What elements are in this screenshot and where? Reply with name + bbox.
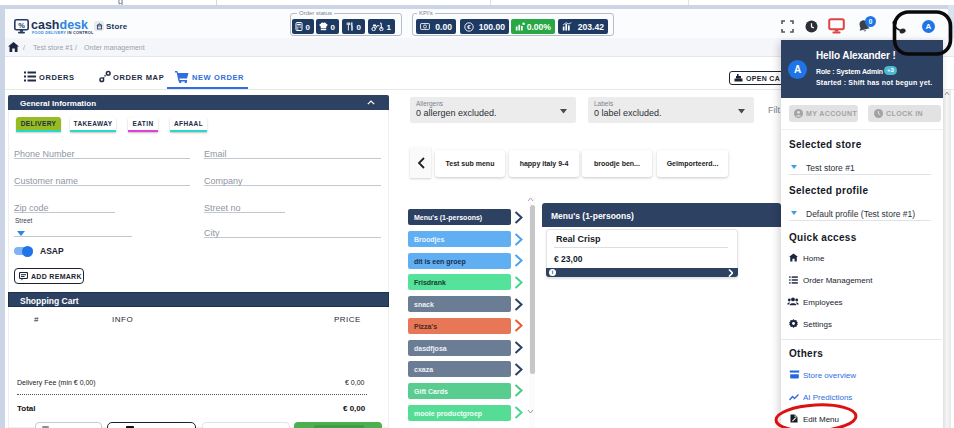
svg-text:€: € [467, 24, 471, 30]
svg-text:%: % [18, 21, 25, 30]
